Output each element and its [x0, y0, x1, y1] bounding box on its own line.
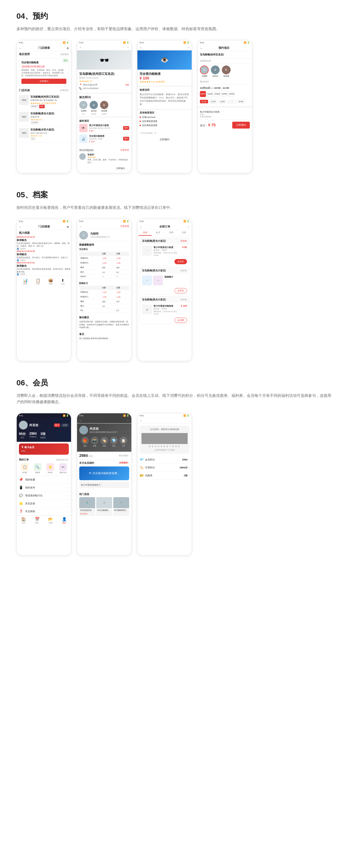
- doctor-option[interactable]: 马 马朝明: [200, 65, 209, 78]
- menu-feedback[interactable]: 🌟 意见反馈 ›: [17, 500, 71, 507]
- time-option[interactable]: 14:00: [237, 100, 245, 103]
- more-icon[interactable]: ⊕: [67, 225, 69, 228]
- doctor-item[interactable]: 欧 欧阳墨 验光师: [100, 101, 108, 115]
- book-btn[interactable]: 立即预约: [140, 136, 189, 143]
- table-row: PD 1.2: [79, 309, 129, 312]
- nav-profile[interactable]: 👤 我的: [58, 517, 71, 524]
- order-type-pay[interactable]: 📋 待付款: [19, 463, 31, 474]
- doctor-item[interactable]: 马 马朝明 主任: [79, 101, 87, 115]
- back-icon[interactable]: ←: [140, 46, 142, 49]
- cal-date[interactable]: 10/03: [214, 91, 220, 97]
- doctor-avatar: 马: [79, 101, 87, 109]
- menu-item[interactable]: 📸 相册: [91, 437, 98, 447]
- more-icon[interactable]: ···: [187, 225, 189, 228]
- service-item-2[interactable]: 🔬 完全视功能检查 适合成年人群体 ¥ 100 预约: [79, 134, 129, 144]
- menu-forum[interactable]: 💬 请选请发帖讨论 ›: [17, 492, 71, 500]
- doctor-avatar: 欧: [222, 65, 231, 74]
- points-item-member[interactable]: 💎 会员积分 2984 ›: [140, 456, 189, 464]
- record-item-2[interactable]: 2020-01-14 18:12:35 标准验光 直接视觉的检查，用力相当，用力…: [17, 250, 71, 262]
- record-item-3[interactable]: 2020-01-04 18:17:01 标准验光 完全视功能检查，视觉我院近视发…: [17, 262, 71, 276]
- menu-publish[interactable]: 📱 我的发布 ›: [17, 484, 71, 492]
- all-welfare-link[interactable]: 全部福利 ›: [119, 461, 129, 465]
- back-icon[interactable]: ←: [19, 225, 22, 228]
- menu-item[interactable]: 📋 订单: [120, 437, 127, 447]
- check-hero: 👁️: [137, 51, 192, 70]
- bottom-toolbar: 📊 图表 📋 列表 📦 档案 ⬆ 分享: [17, 276, 71, 287]
- cal-date[interactable]: 10/02: [207, 91, 213, 97]
- store-item-2[interactable]: 👓 宝岛眼镜(星光大道店) 距离825米 ★★★★★ 4.9 专业检查: [17, 110, 71, 126]
- points-item-coupon[interactable]: 🎫 优惠券 3张 ›: [140, 472, 189, 479]
- review-btn[interactable]: 去评价: [174, 288, 187, 293]
- project-card[interactable]: 成年 完全视功能检查 适合年龄 14-5岁 成年人群 视觉整体、制度、生理结构、…: [19, 58, 69, 86]
- phone6-1: 9:41 📶 🔋 尚言枝 › 银卡: [17, 413, 71, 556]
- points-item-available[interactable]: 🏷️ 可用积分 2984分 ›: [140, 464, 189, 472]
- store-item-1[interactable]: 👓 宝岛眼镜(杭州滨江宝龙店) 距离560M 浙江省宝龙购物广场 ★★★★★ 4…: [17, 93, 71, 110]
- order-tab-check[interactable]: 检查: [152, 230, 165, 236]
- time-option[interactable]: 12:00: [218, 100, 227, 103]
- share-icon[interactable]: ···: [127, 46, 129, 49]
- menu-item[interactable]: 💎 特权: [110, 437, 118, 447]
- hot-item-2[interactable]: 🕶 100元领镜框...: [96, 497, 112, 516]
- back-icon[interactable]: ←: [79, 225, 82, 228]
- toolbar-item[interactable]: 📋 列表: [36, 278, 40, 285]
- doctor-option[interactable]: 欧 欧阳墨: [222, 65, 231, 78]
- back-icon[interactable]: ←: [19, 46, 22, 50]
- consume-btn[interactable]: 去消费: [174, 318, 187, 323]
- order-tab-all[interactable]: 支持: [139, 230, 152, 236]
- toolbar-item[interactable]: 📦 档案: [48, 278, 53, 285]
- check-header: 完全视功能检查 ¥ 100 ★★★★★ 4.8 | 95条评价: [137, 70, 192, 86]
- share-icon[interactable]: ···: [187, 46, 189, 49]
- cal-date[interactable]: 10/01: [200, 91, 206, 97]
- more-icon[interactable]: ···: [127, 419, 129, 422]
- nav-home[interactable]: 🏠 首页: [17, 517, 30, 524]
- toolbar-item[interactable]: 📊 图表: [23, 278, 28, 285]
- doctor-option[interactable]: 赵 赵先欣: [211, 65, 220, 78]
- review-btn[interactable]: 去评价: [174, 259, 187, 264]
- cal-date[interactable]: 10/05: [228, 91, 234, 97]
- view-all-orders[interactable]: 查看全部订单 ›: [56, 459, 69, 461]
- cal-date[interactable]: 10/04: [221, 91, 227, 97]
- share-btn[interactable]: 全部享受: [120, 225, 129, 228]
- store-item-3[interactable]: 👓 宝岛眼镜(乐宫大道店) 乐宫广场大道172号 ★★★★☆ 4.8 专业: [17, 126, 71, 143]
- order-tab-package[interactable]: 套餐: [178, 230, 191, 236]
- doctor-selector: 马 马朝明 赵 赵先欣 欧 欧阳墨: [198, 64, 252, 79]
- back-icon[interactable]: ←: [200, 46, 203, 50]
- menu-item[interactable]: 🎁 福利: [81, 437, 89, 447]
- menu-item[interactable]: 🏷️ 优惠: [100, 437, 108, 447]
- time-option[interactable]: 11:00: [209, 100, 217, 103]
- welfare-item[interactable]: 青少年视觉健康线下...: [79, 482, 129, 488]
- archive-icon: 📂: [48, 517, 53, 521]
- order-type-refund[interactable]: ↩ 退款/售后: [57, 463, 69, 474]
- menu-collect[interactable]: 📌 我的收藏 ›: [17, 476, 71, 484]
- points-detail-link[interactable]: 积分明细 ›: [119, 454, 129, 457]
- service-book-btn[interactable]: 预约: [123, 137, 129, 141]
- back-icon[interactable]: ←: [140, 225, 142, 228]
- welfare-banner[interactable]: 👁 完全视功能检查免费...: [79, 466, 129, 480]
- toolbar-item[interactable]: ⬆ 分享: [61, 278, 65, 285]
- hot-item-3[interactable]: 👓 80元畅销特区...: [113, 497, 129, 516]
- settings-btn[interactable]: 设置: [61, 424, 69, 427]
- nav-bar: ← 门店/搜索 ⊕: [17, 45, 71, 51]
- member-icon: 💎: [140, 458, 145, 462]
- order-type-check[interactable]: 🔍 待检查: [32, 463, 43, 474]
- back-icon[interactable]: ←: [140, 419, 142, 422]
- record-item-1[interactable]: 2020-01-12 10:12:23 标准验光 完全视功能检查，我院近视发展速…: [17, 236, 71, 250]
- service-item-1[interactable]: 👁 青少年视觉动力检查 适合年龄14岁以上青少年 ¥ 80 预约: [79, 124, 129, 133]
- menu-help[interactable]: ❓ 常见帮助 ›: [17, 507, 71, 516]
- back-icon[interactable]: ←: [79, 419, 82, 422]
- doctor-list: 马 马朝明 主任 赵 赵先欣 验光师 欧 欧阳墨 验光师: [77, 100, 131, 117]
- time-option[interactable]: 10:00: [200, 100, 208, 103]
- vip-card[interactable]: 🎖 银卡会员 详情 ›: [19, 443, 69, 455]
- hot-item-1[interactable]: 🏪 宝岛优选活动 5元/宝岛: [79, 497, 95, 516]
- order-tab-consume[interactable]: 消费: [165, 230, 178, 236]
- nav-book[interactable]: 📅 预约: [30, 517, 44, 524]
- nav-archive[interactable]: 📂 档案: [44, 517, 58, 524]
- back-icon[interactable]: ←: [79, 46, 82, 49]
- confirm-book-btn[interactable]: 立即预约: [232, 122, 250, 128]
- order-type-review[interactable]: ⭐ 待评价: [45, 463, 56, 474]
- service-book-btn[interactable]: 预约: [123, 126, 129, 130]
- book-btn[interactable]: 立即预约: [112, 165, 129, 171]
- more-icon[interactable]: ⊕: [67, 46, 69, 50]
- doctor-item[interactable]: 赵 赵先欣 验光师: [90, 101, 98, 115]
- book-now-btn[interactable]: 立即预约: [21, 79, 66, 84]
